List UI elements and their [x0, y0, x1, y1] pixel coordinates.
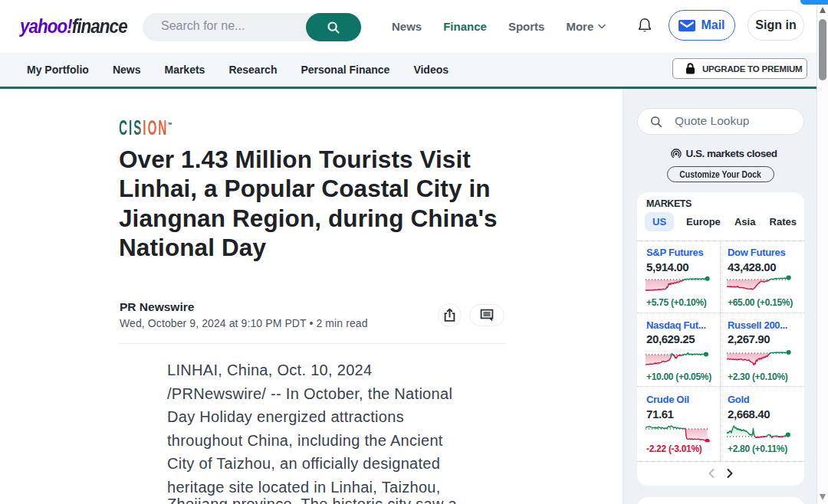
- ticker-row: S&P Futures5,914.00+5.75 (+0.10%)Dow Fut…: [637, 241, 804, 313]
- ticker-cell: Gold2,668.40+2.80 (+0.11%): [721, 387, 804, 461]
- mail-button[interactable]: Mail: [669, 10, 735, 41]
- mail-icon: [678, 20, 695, 31]
- sidebar: U.S. markets closed Customize Your Dock …: [623, 89, 816, 504]
- article-pane: CISION™ Over 1.43 Million Tourists Visit…: [0, 89, 623, 504]
- top-nav: News Finance Sports More: [392, 0, 606, 53]
- subnav-videos[interactable]: Videos: [413, 64, 449, 76]
- tab-us[interactable]: US: [645, 212, 674, 231]
- market-status: U.S. markets closed: [627, 148, 820, 159]
- lock-icon: [685, 63, 695, 74]
- ticker-link[interactable]: S&P Futures: [646, 247, 703, 258]
- ticker-price: 43,428.00: [728, 260, 776, 273]
- scrollbar-up-arrow[interactable]: [820, 7, 826, 13]
- markets-card: MARKETS US Europe Asia Rates S&P Futures…: [637, 192, 804, 486]
- cision-trademark: ™: [168, 121, 172, 129]
- cision-logo[interactable]: CISION™: [119, 116, 172, 140]
- sparkline-chart: [646, 345, 710, 368]
- ticker-cell: Crude Oil71.61-2.22 (-3.01%): [637, 387, 721, 461]
- sparkline-chart: [727, 273, 791, 296]
- share-button[interactable]: [438, 303, 462, 327]
- logo-finance: finance: [72, 15, 127, 37]
- sparkline-chart: [646, 273, 710, 296]
- tab-rates[interactable]: Rates: [770, 213, 797, 231]
- ticker-change: +10.00 (+0.05%): [646, 371, 711, 382]
- search-bar: [143, 13, 361, 41]
- quote-lookup-input[interactable]: [675, 114, 790, 128]
- ticker-change: +2.80 (+0.11%): [728, 443, 787, 454]
- sparkline-chart: [646, 419, 710, 442]
- ticker-link[interactable]: Crude Oil: [646, 394, 689, 405]
- share-icon: [443, 308, 456, 322]
- article-body: LINHAI, China, Oct. 10, 2024 /PRNewswire…: [167, 358, 497, 504]
- scrollbar-down-arrow[interactable]: [820, 494, 826, 500]
- ticker-grid: S&P Futures5,914.00+5.75 (+0.10%)Dow Fut…: [637, 241, 804, 462]
- subnav-personal-finance[interactable]: Personal Finance: [301, 64, 389, 76]
- browser-notification-corner: [800, 0, 828, 5]
- subnav-my-portfolio[interactable]: My Portfolio: [27, 64, 89, 76]
- market-status-icon: [671, 149, 682, 159]
- scrollbar-thumb[interactable]: [819, 19, 826, 80]
- chevron-down-icon: [598, 24, 606, 29]
- sparkline-chart: [727, 345, 791, 368]
- prev-page-icon[interactable]: [707, 468, 716, 479]
- search-button[interactable]: [306, 13, 361, 41]
- finance-subnav: My Portfolio News Markets Research Perso…: [0, 53, 816, 89]
- article-source[interactable]: PR Newswire: [120, 300, 194, 314]
- subnav-markets[interactable]: Markets: [164, 64, 205, 76]
- yahoo-finance-logo[interactable]: yahoo!finance: [20, 15, 127, 38]
- article-title: Over 1.43 Million Tourists Visit Linhai,…: [119, 145, 498, 262]
- quote-search-icon: [650, 116, 662, 128]
- comments-button[interactable]: [469, 304, 504, 326]
- sparkline-chart: [727, 419, 791, 442]
- ticker-cell: Russell 200...2,267.90+2.30 (+0.10%): [721, 313, 804, 386]
- tab-europe[interactable]: Europe: [686, 213, 721, 231]
- markets-title: MARKETS: [646, 198, 692, 209]
- nav-finance[interactable]: Finance: [443, 20, 487, 33]
- ticker-change: +65.00 (+0.15%): [728, 297, 793, 308]
- tab-asia[interactable]: Asia: [734, 213, 755, 231]
- ticker-link[interactable]: Dow Futures: [728, 247, 785, 258]
- search-input[interactable]: [161, 19, 299, 33]
- ticker-cell: Nasdaq Fut...20,629.25+10.00 (+0.05%): [637, 313, 721, 386]
- subnav-research[interactable]: Research: [228, 64, 277, 76]
- notifications-bell-icon[interactable]: [638, 18, 652, 33]
- next-page-icon[interactable]: [725, 468, 734, 479]
- ticker-change: +2.30 (+0.10%): [728, 371, 788, 382]
- nav-news[interactable]: News: [392, 20, 422, 33]
- ticker-cell: Dow Futures43,428.00+65.00 (+0.15%): [721, 241, 804, 313]
- ticker-price: 20,629.25: [646, 332, 695, 345]
- ticker-link[interactable]: Nasdaq Fut...: [646, 319, 706, 331]
- ticker-row: Crude Oil71.61-2.22 (-3.01%)Gold2,668.40…: [637, 386, 804, 462]
- markets-tabs: US Europe Asia Rates: [645, 212, 797, 231]
- next-widget-card: [637, 497, 804, 504]
- subnav-news[interactable]: News: [113, 64, 141, 76]
- nav-more[interactable]: More: [566, 20, 606, 33]
- upgrade-premium-button[interactable]: UPGRADE TO PREMIUM: [672, 58, 807, 79]
- article-meta: Wed, October 9, 2024 at 9:10 PM PDT • 2 …: [120, 317, 368, 329]
- ticker-link[interactable]: Gold: [728, 394, 749, 405]
- ticker-change: +5.75 (+0.10%): [646, 297, 707, 308]
- ticker-change: -2.22 (-3.01%): [646, 443, 702, 454]
- ticker-link[interactable]: Russell 200...: [728, 319, 787, 331]
- byline-divider: [119, 343, 506, 344]
- markets-pager: [637, 468, 804, 479]
- scrollbar[interactable]: [816, 0, 828, 504]
- ticker-cell: S&P Futures5,914.00+5.75 (+0.10%): [637, 241, 721, 313]
- nav-sports[interactable]: Sports: [508, 20, 545, 33]
- header: yahoo!finance News Finance Sports More M…: [0, 0, 816, 53]
- ticker-price: 5,914.00: [646, 260, 688, 273]
- quote-lookup-box: [637, 108, 804, 135]
- sign-in-button[interactable]: Sign in: [748, 10, 804, 41]
- customize-dock-button[interactable]: Customize Your Dock: [667, 166, 774, 182]
- main-area: CISION™ Over 1.43 Million Tourists Visit…: [0, 89, 816, 504]
- logo-yahoo: yahoo!: [20, 15, 72, 37]
- ticker-price: 2,267.90: [728, 332, 770, 345]
- comment-icon: [480, 309, 494, 322]
- search-icon: [327, 21, 340, 34]
- ticker-row: Nasdaq Fut...20,629.25+10.00 (+0.05%)Rus…: [637, 313, 804, 386]
